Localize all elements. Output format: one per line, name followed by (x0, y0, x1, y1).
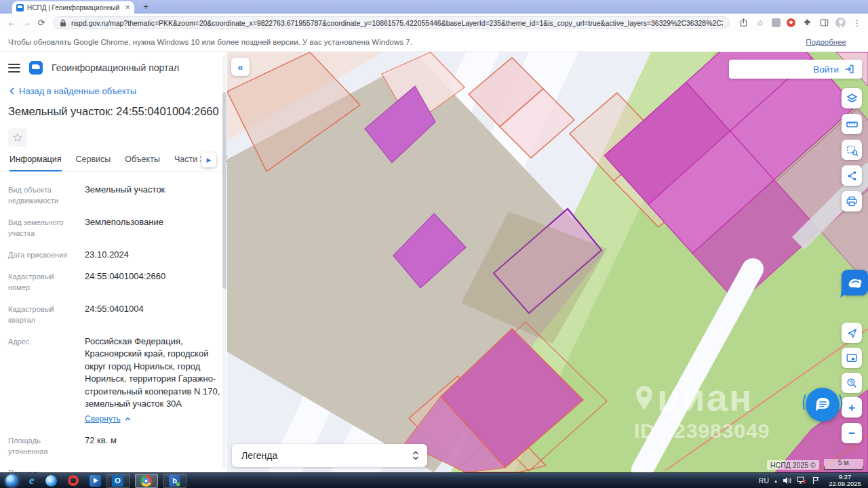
start-button[interactable] (5, 474, 18, 487)
action-center-flag-icon[interactable] (812, 476, 820, 485)
clock-date: 22.09.2025 (825, 481, 865, 488)
url-bar[interactable]: nspd.gov.ru/map?thematic=PKK&zoom=20&coo… (53, 16, 730, 29)
browser-toolbar: ← → ⟳ nspd.gov.ru/map?thematic=PKK&zoom=… (0, 14, 868, 32)
collapse-label: Свернуть (85, 413, 121, 425)
toolbar-right: ☆ ⋮ (738, 18, 863, 28)
map-viewport[interactable]: циан ID 323983049 « Войти (227, 52, 868, 472)
field-row: Вид объекта недвижимости Земельный участ… (8, 184, 223, 207)
update-notice-bar: Чтобы обновлять Google Chrome, нужна Win… (0, 32, 868, 52)
portal-logo-icon (29, 61, 43, 75)
minus-icon: − (848, 428, 855, 439)
field-row: Кадастровый номер 24:55:0401004:2660 (8, 270, 223, 293)
system-tray: RU ▴ 9:27 22.09.2025 (759, 473, 865, 488)
geolocation-button[interactable] (842, 323, 862, 343)
tab-information[interactable]: Информация (9, 155, 62, 171)
taskbar-chrome-active[interactable] (135, 474, 158, 488)
tab-objects[interactable]: Объекты (125, 155, 160, 171)
layers-icon (846, 92, 859, 105)
browser-tab[interactable]: НСПД | Геоинформационный п... ✕ (12, 1, 134, 14)
field-value: Землепользование (85, 216, 223, 239)
share-icon (846, 170, 858, 182)
extension-icon[interactable] (772, 18, 781, 27)
language-indicator[interactable]: RU (759, 476, 769, 485)
notice-link[interactable]: Подробнее (806, 38, 846, 46)
login-button[interactable]: Войти (729, 60, 862, 79)
tab-title: НСПД | Геоинформационный п... (27, 4, 121, 12)
back-to-results-link[interactable]: Назад в найденные объекты (9, 86, 216, 96)
back-link-label: Назад в найденные объекты (19, 86, 136, 96)
scale-bar: 5 м (824, 459, 863, 470)
info-panel: Геоинформационный портал Назад в найденн… (0, 52, 227, 472)
chat-bubble-icon (814, 396, 831, 413)
nspd-assistant-button[interactable] (842, 270, 868, 296)
new-tab-button[interactable]: + (140, 1, 152, 12)
cadastral-map[interactable] (227, 52, 868, 472)
legend-dropdown[interactable]: Легенда (232, 444, 427, 467)
browser-swirl-icon (45, 475, 57, 487)
reload-icon[interactable]: ⟳ (34, 18, 49, 28)
area-select-button[interactable] (842, 140, 862, 160)
side-panel-icon[interactable] (818, 18, 829, 28)
measure-button[interactable] (842, 114, 862, 134)
share-map-button[interactable] (842, 165, 862, 186)
attribution-text: НСПД 2025 © (767, 460, 819, 470)
login-label: Войти (813, 64, 839, 75)
tab-favicon-icon (16, 4, 24, 12)
lock-icon (60, 19, 66, 27)
panel-collapse-button[interactable]: « (231, 58, 250, 76)
hamburger-menu-icon[interactable] (8, 64, 20, 73)
opera-icon (68, 475, 79, 486)
login-arrow-icon (844, 64, 855, 75)
assistant-logo-icon (847, 277, 863, 289)
bookmark-star-icon[interactable]: ☆ (755, 18, 766, 28)
windows-taskbar: e O b RU ▴ 9:27 22.09.2025 (0, 472, 868, 488)
legend-label: Легенда (241, 450, 412, 461)
hidden-icons-arrow[interactable]: ▴ (774, 478, 777, 484)
taskbar-ie[interactable]: e (29, 474, 35, 487)
field-row: Кадастровый квартал 24:55:0401004 (8, 303, 223, 326)
network-error-icon[interactable] (797, 476, 806, 485)
chat-button[interactable] (806, 388, 840, 422)
favorite-star-button[interactable] (8, 128, 27, 147)
chevron-updown-icon (412, 451, 419, 460)
panel-tabs: Информация Сервисы Объекты Части ЗУ Сост… (0, 155, 227, 171)
field-row-address: Адрес Российская Федерация, Красноярский… (8, 336, 223, 425)
tab-services[interactable]: Сервисы (76, 155, 111, 171)
scrollbar-thumb[interactable] (222, 92, 226, 289)
field-label: Вид объекта недвижимости (8, 184, 77, 207)
media-player-icon (90, 475, 101, 487)
select-area-icon (846, 144, 859, 157)
chevron-left-icon (9, 87, 14, 95)
minimap-button[interactable] (842, 348, 862, 368)
print-button[interactable] (842, 191, 862, 211)
panel-scrollbar[interactable] (222, 55, 226, 468)
forward-icon[interactable]: → (19, 18, 34, 28)
taskbar-media[interactable] (90, 475, 101, 487)
field-label: Дата присвоения (8, 249, 77, 261)
taskbar-outlook[interactable]: O (106, 474, 130, 488)
taskbar-browser2[interactable] (45, 475, 57, 487)
field-row: Площадь уточненная 72 кв. м (8, 434, 223, 458)
back-icon[interactable]: ← (4, 18, 19, 28)
field-list: Вид объекта недвижимости Земельный участ… (0, 171, 227, 472)
address-collapse-link[interactable]: Свернуть (85, 413, 223, 425)
field-row: Вид земельного участка Землепользование (8, 216, 223, 239)
extensions-puzzle-icon[interactable] (802, 18, 812, 28)
taskbar-opera[interactable] (68, 475, 79, 486)
field-value: 23.10.2024 (85, 249, 223, 261)
tab-close-icon[interactable]: ✕ (125, 4, 130, 11)
printer-icon (846, 195, 858, 207)
plus-icon: + (848, 402, 855, 413)
extension-icon[interactable] (787, 18, 795, 27)
layers-button[interactable] (842, 88, 862, 108)
windows-orb-icon (5, 474, 18, 487)
menu-dots-icon[interactable]: ⋮ (852, 18, 863, 28)
field-label: Площадь уточненная (8, 434, 77, 458)
taskbar-app[interactable]: b (163, 474, 186, 488)
profile-avatar[interactable] (835, 18, 846, 28)
taskbar-clock[interactable]: 9:27 22.09.2025 (825, 474, 865, 488)
tab-scroll-right-button[interactable]: ▶ (201, 152, 216, 167)
volume-icon[interactable] (783, 476, 791, 485)
share-icon[interactable] (738, 18, 749, 28)
field-label: Кадастровый номер (8, 270, 77, 293)
